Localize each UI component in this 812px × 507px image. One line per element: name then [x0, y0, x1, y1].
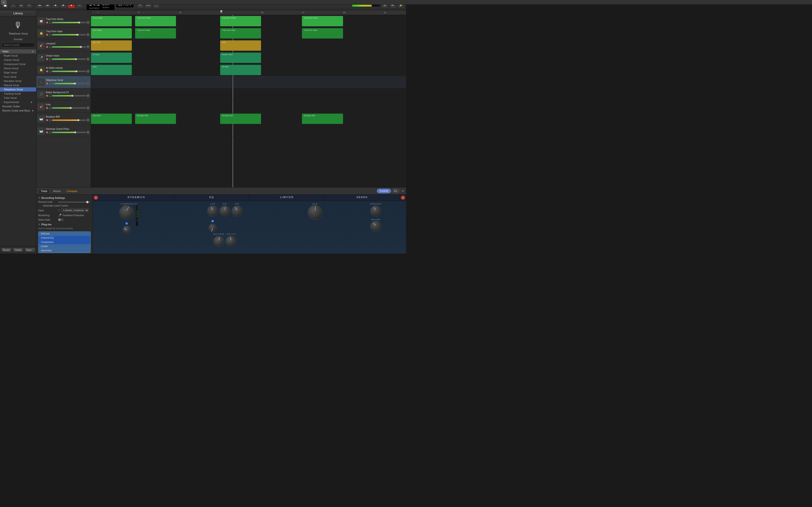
region-airbells-2[interactable]: Air Bells: [220, 65, 261, 75]
headphone-btn-bailey[interactable]: 🎧: [49, 95, 51, 97]
eq-mid-freq-knob[interactable]: [213, 236, 224, 247]
sound-bright-vocal[interactable]: Bright Vocal: [0, 54, 36, 58]
region-claps-4[interactable]: Trap Door-claps: [302, 28, 343, 39]
region-boutique808-4[interactable]: Boutique 808: [302, 114, 343, 124]
noise-gate-toggle[interactable]: [58, 218, 64, 221]
record-level-slider[interactable]: [58, 202, 91, 203]
sound-dance-vocal[interactable]: Dance Vocal: [0, 66, 36, 70]
revert-button[interactable]: Revert: [1, 247, 12, 252]
headphone-btn-claps[interactable]: 🎧: [49, 34, 51, 36]
region-airbells-1[interactable]: bells: [91, 65, 132, 75]
volume-telephone-vocal[interactable]: [54, 83, 86, 84]
mute-btn-telephone-vocal[interactable]: 🔇: [46, 82, 48, 85]
region-boutique808-3[interactable]: Boutique 808: [220, 114, 261, 124]
download-btn-telephone-vocal[interactable]: ⬇: [52, 82, 54, 85]
volume-liverpool[interactable]: [52, 46, 86, 48]
sound-fuzz-vocal[interactable]: Fuzz Vocal: [0, 75, 36, 79]
volume-claps[interactable]: [52, 34, 86, 36]
mute-btn-bailey[interactable]: 🔇: [46, 95, 48, 97]
pan-steinway[interactable]: [87, 131, 90, 134]
plugin-limiter[interactable]: Limiter: [39, 244, 91, 248]
region-dreamvoice-1[interactable]: m Voice: [91, 53, 132, 63]
tab-track[interactable]: Track: [38, 188, 50, 193]
pan-dream-voice[interactable]: [87, 58, 90, 61]
ctrl-tab-controls[interactable]: Controls: [377, 189, 391, 193]
region-dreamvoice-2[interactable]: Dream Voice: [220, 53, 261, 63]
volume-hihats[interactable]: [52, 22, 86, 23]
eq-low-cut-knob[interactable]: [225, 236, 237, 247]
pan-boutique808[interactable]: [87, 119, 90, 122]
pan-bailey[interactable]: [87, 94, 90, 97]
pan-telephone-vocal[interactable]: [87, 82, 90, 85]
sound-telephone-vocal[interactable]: Telephone Vocal: [0, 87, 36, 92]
mute-btn-boutique808[interactable]: 🔇: [46, 119, 48, 121]
headphone-btn-dream-voice[interactable]: 🎧: [49, 58, 51, 60]
headphone-btn-air-bells[interactable]: 🎧: [49, 70, 51, 72]
region-boutique808-2[interactable]: Boutique 808: [135, 114, 176, 124]
delete-button[interactable]: Delete: [13, 247, 23, 252]
headphone-btn-steinway[interactable]: 🎧: [49, 131, 51, 133]
headphone-btn-boutique808[interactable]: 🎧: [49, 119, 51, 121]
search-input[interactable]: [1, 43, 35, 47]
headphone-btn-koto[interactable]: 🎧: [49, 107, 51, 109]
plugin-channel-eq[interactable]: Channel EQ: [39, 236, 91, 240]
sound-classic-vocal[interactable]: Classic Vocal: [0, 58, 36, 62]
mute-btn-koto[interactable]: 🔇: [46, 107, 48, 109]
volume-steinway[interactable]: [52, 132, 86, 133]
sound-experimental[interactable]: Experimental ▶: [0, 100, 36, 104]
eq-hpf-knob[interactable]: [232, 205, 243, 217]
region-claps-2[interactable]: Trap Door-claps: [135, 28, 176, 39]
region-claps-3[interactable]: Trap Door-claps: [220, 28, 261, 39]
volume-bailey[interactable]: [52, 95, 86, 97]
tab-compare[interactable]: Compare: [64, 189, 80, 193]
input-radio[interactable]: [58, 209, 60, 211]
volume-dream-voice[interactable]: [52, 58, 86, 60]
headphone-btn-telephone-vocal[interactable]: 🎧: [49, 82, 51, 85]
mute-btn-liverpool[interactable]: 🔇: [46, 46, 48, 48]
category-acoustic-guitar[interactable]: Acoustic Guitar: [0, 104, 36, 108]
mute-btn-steinway[interactable]: 🔇: [46, 131, 48, 133]
sound-tube-vocal[interactable]: Tube Vocal: [0, 96, 36, 100]
sound-natural-vocal[interactable]: Natural Vocal: [0, 83, 36, 87]
pan-koto[interactable]: [87, 106, 90, 110]
plugin-deesser[interactable]: DeEsser: [39, 232, 91, 236]
category-electric-guitar[interactable]: Electric Guitar and Bass ▶: [0, 108, 36, 113]
dsp-close-left[interactable]: ×: [94, 195, 98, 200]
sends-ambience-knob[interactable]: [370, 205, 381, 217]
region-hihats-2[interactable]: Trap Door-hihats: [135, 16, 176, 26]
sound-narration-vocal[interactable]: Narration Vocal: [0, 79, 36, 83]
pan-claps[interactable]: [87, 33, 90, 36]
mute-btn-dream-voice[interactable]: 🔇: [46, 58, 48, 60]
compression-sub-knob[interactable]: [122, 226, 131, 234]
region-claps-1[interactable]: Door-claps: [91, 28, 132, 39]
plugin-silververb[interactable]: SilverVerb: [39, 248, 91, 253]
sends-reverb-knob[interactable]: [370, 221, 381, 232]
pencil-edit-icon[interactable]: ✏: [402, 189, 404, 193]
mute-btn-claps[interactable]: 🔇: [46, 34, 48, 36]
tab-master[interactable]: Master: [51, 189, 63, 193]
category-voice[interactable]: Voice ▶: [0, 49, 36, 54]
region-liverpool-1[interactable]: )))) ) ) ))))): [91, 40, 132, 51]
sound-tracking-vocal[interactable]: Tracking Vocal: [0, 92, 36, 96]
tracks-timeline[interactable]: Door-hihats Trap Door-hihats Trap Door-h…: [91, 15, 406, 187]
volume-koto[interactable]: [52, 107, 86, 109]
sound-edge-vocal[interactable]: Edge Vocal: [0, 70, 36, 75]
limiter-gain-knob[interactable]: [308, 205, 322, 220]
volume-boutique808[interactable]: [52, 119, 86, 121]
eq-low-sub-knob[interactable]: [208, 224, 217, 232]
dsp-close-right[interactable]: ×: [401, 195, 405, 200]
region-hihats-1[interactable]: Door-hihats: [91, 16, 132, 26]
pan-liverpool[interactable]: [87, 45, 90, 49]
pan-hihats[interactable]: [87, 21, 90, 24]
pan-air-bells[interactable]: [87, 70, 90, 73]
sound-compressed-vocal[interactable]: Compressed Vocal: [0, 62, 36, 66]
eq-low-knob[interactable]: [207, 205, 218, 217]
volume-air-bells[interactable]: [52, 71, 86, 72]
mute-btn-hihats[interactable]: 🔇: [46, 21, 48, 24]
save-button[interactable]: Save...: [24, 247, 35, 252]
plugin-compressor[interactable]: Compressor: [39, 240, 91, 244]
region-hihats-3[interactable]: Trap Door-hihats: [220, 16, 261, 26]
input-select[interactable]: 1 (MacBo...icrophone): [61, 208, 89, 213]
ctrl-tab-eq[interactable]: EQ: [392, 189, 400, 193]
headphone-btn-hihats[interactable]: 🎧: [49, 21, 51, 24]
